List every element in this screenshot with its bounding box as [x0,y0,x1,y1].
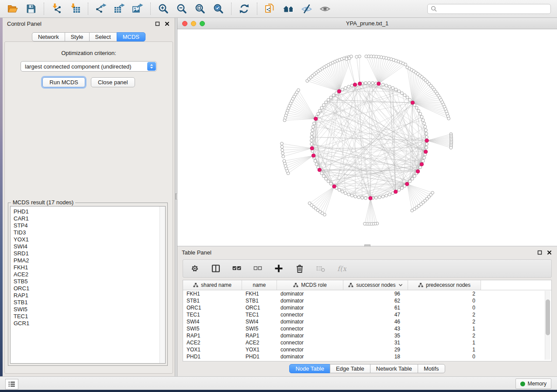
table-cell: 61 [343,305,408,311]
window-minimize-button[interactable] [191,21,196,26]
window-close-button[interactable] [182,21,187,26]
run-mcds-button[interactable]: Run MCDS [42,77,85,87]
window-maximize-button[interactable] [200,21,205,26]
table-cell: RAP1 [183,333,242,339]
export-network-button[interactable] [92,1,110,16]
float-panel-icon[interactable] [536,249,543,256]
mcds-result-item[interactable]: SWI5 [14,306,165,313]
mcds-tab-content: Optimization criterion: largest connecte… [4,41,173,374]
table-row[interactable]: ORC1ORC1dominator610 [183,304,551,311]
column-header-predecessor-nodes[interactable]: predecessor nodes [408,280,481,290]
table-row[interactable]: FKH1FKH1dominator962 [183,290,551,297]
mcds-result-item[interactable]: PMA2 [14,257,165,264]
mcds-result-item[interactable]: TID3 [14,229,165,236]
close-panel-icon[interactable] [163,20,170,27]
table-cell: connector [277,326,343,332]
search-box[interactable] [427,4,551,14]
mcds-result-item[interactable]: STP4 [14,222,165,229]
mcds-result-item[interactable]: TEC1 [14,313,165,320]
zoom-fit-button[interactable] [191,1,209,16]
open-file-button[interactable] [3,1,22,16]
tab-node-table[interactable]: Node Table [289,364,330,373]
mcds-result-item[interactable]: STB5 [14,278,165,285]
tab-network-table[interactable]: Network Table [370,364,418,373]
table-cell: 1 [408,326,481,332]
mcds-result-item[interactable]: CAR1 [14,215,165,222]
tab-motifs[interactable]: Motifs [418,364,445,373]
network-window: YPA_prune.txt_1 [177,18,557,246]
network-from-selection-icon [264,3,276,14]
mcds-result-list[interactable]: PHD1CAR1STP4TID3YOX1SWI4SRD1PMA2FKH1ACE2… [10,206,166,364]
select-all-button[interactable] [232,263,242,274]
add-column-button[interactable] [273,263,284,274]
table-row[interactable]: RAP1RAP1dominator352 [183,332,551,339]
export-image-button[interactable] [128,1,147,16]
mcds-result-item[interactable]: SRD1 [14,250,165,257]
network-from-selection-button[interactable] [261,1,279,16]
search-input[interactable] [439,5,547,12]
mcds-result-item[interactable]: ORC1 [14,285,165,292]
import-table-button[interactable] [66,1,84,16]
mcds-result-item[interactable]: PHD1 [14,208,165,215]
column-header-successor-nodes[interactable]: successor nodes [343,280,408,290]
column-label: predecessor nodes [426,282,471,288]
zoom-in-button[interactable] [154,1,173,16]
tab-style[interactable]: Style [65,32,90,41]
table-row[interactable]: PHD1PHD1dominator180 [183,353,551,360]
table-row[interactable]: ACE2ACE2connector311 [183,339,551,346]
table-cell: 2 [408,333,481,339]
mcds-result-item[interactable]: GCR1 [14,320,165,327]
mcds-result-item[interactable]: SWI4 [14,243,165,250]
scrollbar-thumb[interactable] [546,299,550,335]
mcds-result-item[interactable]: ACE2 [14,271,165,278]
export-table-button[interactable] [110,1,128,16]
zoom-out-button[interactable] [173,1,191,16]
table-cell: 35 [343,333,408,339]
table-row[interactable]: SWI4SWI4dominator462 [183,318,551,325]
column-header-name[interactable]: name [242,280,277,290]
panel-mode-button[interactable] [211,263,221,274]
table-cell: 96 [343,291,408,297]
table-row[interactable]: STB1STB1dominator620 [183,297,551,304]
export-image-icon [132,3,143,14]
tab-edge-table[interactable]: Edge Table [330,364,370,373]
table-row[interactable]: YOX1YOX1connector291 [183,346,551,353]
import-network-button[interactable] [48,1,66,16]
column-label: shared name [201,282,232,288]
apply-layout-button[interactable] [235,1,253,16]
mcds-result-item[interactable]: FKH1 [14,264,165,271]
delete-column-button[interactable] [294,263,305,274]
table-cell: FKH1 [242,291,277,297]
memory-button[interactable]: Memory [515,378,551,389]
mcds-result-item[interactable]: YOX1 [14,236,165,243]
select-all-icon [232,264,242,273]
column-header-shared-name[interactable]: shared name [183,280,242,290]
table-scrollbar[interactable] [545,291,550,360]
float-panel-icon[interactable] [154,20,161,27]
close-panel-icon[interactable] [546,249,553,256]
first-neighbors-button[interactable] [279,1,298,16]
table-row[interactable]: SWI5SWI5connector431 [183,325,551,332]
table-row[interactable]: TEC1TEC1connector472 [183,311,551,318]
optimization-criterion-select[interactable]: largest connected component (undirected) [21,61,157,72]
deselect-all-button[interactable] [253,263,263,274]
save-session-button[interactable] [22,1,40,16]
save-session-icon [25,3,37,14]
hide-selected-button[interactable] [298,1,316,16]
zoom-selected-button[interactable] [209,1,228,16]
tab-select[interactable]: Select [89,32,117,41]
show-all-button[interactable] [316,1,334,16]
mcds-result-item[interactable]: STB1 [14,299,165,306]
tab-mcds[interactable]: MCDS [117,32,145,41]
dropdown-stepper-icon [147,62,156,71]
mcds-result-item[interactable]: RAP1 [14,292,165,299]
column-header-MCDS-role[interactable]: MCDS role [277,280,343,290]
close-panel-button[interactable]: Close panel [91,77,135,87]
network-canvas[interactable] [177,29,557,246]
network-graph[interactable] [177,29,557,246]
network-title: YPA_prune.txt_1 [346,20,388,27]
tab-network[interactable]: Network [32,32,65,41]
task-history-button[interactable] [5,379,18,389]
mcds-result-scrollbar[interactable] [159,206,165,363]
table-settings-button[interactable] [190,263,200,274]
